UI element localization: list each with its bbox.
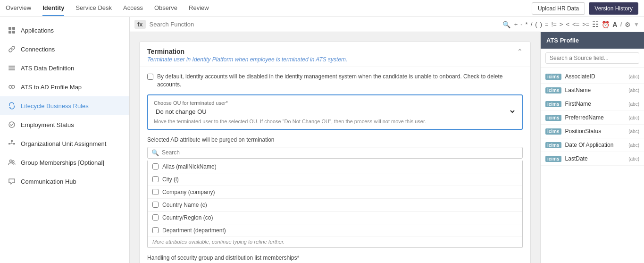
ats-field-position-status[interactable]: icims PositionStatus (abc)	[541, 125, 644, 138]
ats-type-3: (abc)	[628, 115, 639, 120]
ats-field-list: icims AssociateID (abc) icims LastName (…	[541, 68, 644, 168]
chevron-down-icon[interactable]: ▼	[634, 21, 639, 28]
nav-review[interactable]: Review	[189, 0, 209, 16]
font-icon[interactable]: A	[612, 21, 617, 28]
plus-operator[interactable]: +	[514, 21, 518, 28]
ats-field-preferred-name[interactable]: icims PreferredName (abc)	[541, 111, 644, 125]
formula-input[interactable]	[150, 21, 499, 28]
ats-field-name-6: LastDate	[565, 155, 625, 162]
sidebar-item-org-unit[interactable]: Organizational Unit Assignment	[0, 134, 129, 153]
attr-checkbox-department[interactable]	[152, 227, 159, 233]
collapse-termination-button[interactable]: ⌃	[517, 48, 523, 55]
minus-operator[interactable]: -	[520, 21, 522, 28]
sidebar-item-connections[interactable]: Connections	[0, 40, 129, 59]
sidebar-item-comms[interactable]: Communication Hub	[0, 172, 129, 191]
attr-item-city: City (l)	[148, 173, 522, 186]
attr-label-company: Company (company)	[162, 189, 215, 195]
ats-source-badge-6: icims	[545, 156, 561, 162]
ou-label: Choose OU for terminated user*	[154, 100, 516, 106]
attribute-search-input[interactable]	[162, 149, 519, 156]
delete-accounts-checkbox[interactable]	[147, 74, 153, 80]
svg-rect-11	[11, 140, 13, 142]
svg-point-8	[12, 85, 15, 88]
ats-field-name-5: Date Of Application	[565, 142, 625, 148]
ats-source-badge-3: icims	[545, 115, 561, 121]
check-circle-icon	[8, 120, 16, 129]
link-icon	[8, 45, 16, 53]
ats-field-lastname[interactable]: icims LastName (abc)	[541, 84, 644, 97]
attr-checkbox-company[interactable]	[152, 189, 159, 195]
ats-source-badge-1: icims	[545, 87, 561, 93]
sidebar-label-lifecycle: Lifecycle Business Rules	[21, 102, 89, 110]
nav-service-desk[interactable]: Service Desk	[75, 0, 112, 16]
attr-checkbox-country-name[interactable]	[152, 202, 159, 208]
sidebar-item-lifecycle[interactable]: Lifecycle Business Rules	[0, 96, 129, 115]
attr-label-country-region: Country/Region (co)	[162, 214, 213, 221]
attr-item-country-region: Country/Region (co)	[148, 212, 522, 224]
attr-checkbox-country-region[interactable]	[152, 214, 159, 221]
ats-source-badge-5: icims	[545, 142, 561, 148]
clock-icon[interactable]: ⏰	[602, 21, 610, 28]
ats-source-badge-4: icims	[545, 128, 561, 135]
ou-hint: Move the terminated user to the selected…	[154, 119, 516, 124]
search-formula-icon[interactable]: 🔍	[502, 21, 510, 28]
sidebar-item-ats-data[interactable]: ATS Data Definition	[0, 59, 129, 77]
less-than[interactable]: <	[566, 21, 569, 28]
svg-rect-6	[8, 69, 15, 70]
sidebar-item-ats-map[interactable]: ATS to AD Profile Map	[0, 77, 129, 96]
sidebar-label-employment: Employment Status	[21, 121, 74, 128]
ats-type-5: (abc)	[628, 143, 639, 148]
svg-point-18	[10, 160, 12, 162]
ats-field-name-3: PreferredName	[565, 114, 625, 121]
attr-label-department: Department (department)	[162, 227, 226, 234]
attr-checkbox-city[interactable]	[152, 176, 159, 182]
sidebar-label-ats-data: ATS Data Definition	[21, 65, 74, 72]
greater-than[interactable]: >	[560, 21, 563, 28]
delete-accounts-label: By default, identity accounts will be di…	[157, 73, 523, 89]
formula-toolbar: + - * / ( ) = != > < <= >= ☷ ⏰ A i ⚙ ▼	[514, 20, 639, 29]
multiply-operator[interactable]: *	[526, 21, 528, 28]
not-equals-operator[interactable]: !=	[552, 21, 557, 28]
nav-identity[interactable]: Identity	[42, 0, 64, 16]
close-paren[interactable]: )	[540, 21, 542, 28]
termination-description: Terminate user in Identity Platform when…	[147, 56, 347, 63]
sidebar-item-group[interactable]: Group Memberships [Optional]	[0, 153, 129, 172]
svg-rect-4	[8, 66, 15, 67]
upload-hr-data-button[interactable]: Upload HR Data	[532, 2, 585, 15]
ats-field-last-date[interactable]: icims LastDate (abc)	[541, 152, 644, 166]
less-equal[interactable]: <=	[572, 21, 579, 28]
nav-access[interactable]: Access	[123, 0, 143, 16]
nav-observe[interactable]: Observe	[154, 0, 177, 16]
content-area: Termination Terminate user in Identity P…	[130, 32, 540, 263]
ats-search-input[interactable]	[545, 52, 639, 64]
version-history-button[interactable]: Version History	[589, 2, 638, 15]
sidebar-item-employment[interactable]: Employment Status	[0, 115, 129, 134]
open-paren[interactable]: (	[535, 21, 537, 28]
divide-operator[interactable]: /	[531, 21, 533, 28]
fx-label: fx	[134, 20, 146, 29]
info-icon[interactable]: i	[620, 21, 622, 28]
attr-label-city: City (l)	[162, 176, 179, 183]
sidebar-label-comms: Communication Hub	[21, 178, 76, 185]
greater-equal[interactable]: >=	[582, 21, 589, 28]
sidebar-item-applications[interactable]: Applications	[0, 21, 129, 40]
attribute-search-row: 🔍	[147, 147, 523, 159]
ou-selector: Choose OU for terminated user* Do not ch…	[147, 94, 523, 130]
svg-rect-1	[12, 27, 15, 30]
settings-icon[interactable]: ⚙	[625, 21, 631, 28]
equals-operator[interactable]: =	[545, 21, 549, 28]
ou-select-dropdown[interactable]: Do not change OU	[154, 108, 516, 116]
attr-item-department: Department (department)	[148, 224, 522, 237]
svg-rect-5	[8, 68, 15, 68]
nav-actions: Upload HR Data Version History	[532, 2, 638, 15]
attr-item-company: Company (company)	[148, 186, 522, 199]
table-icon[interactable]: ☷	[592, 20, 599, 29]
ats-field-firstname[interactable]: icims FirstName (abc)	[541, 97, 644, 111]
attr-item-country-name: Country Name (c)	[148, 199, 522, 212]
ats-field-date-of-application[interactable]: icims Date Of Application (abc)	[541, 138, 644, 152]
nav-overview[interactable]: Overview	[6, 0, 31, 16]
ats-field-associate-id[interactable]: icims AssociateID (abc)	[541, 70, 644, 84]
attr-checkbox-alias[interactable]	[152, 163, 159, 170]
ats-field-name-1: LastName	[565, 87, 625, 93]
attr-label-country-name: Country Name (c)	[162, 202, 207, 208]
